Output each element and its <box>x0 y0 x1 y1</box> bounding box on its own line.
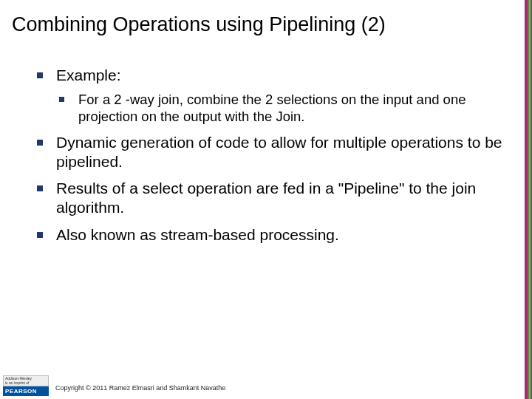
publisher-logo: Addison-Wesley is an imprint of PEARSON <box>3 375 49 396</box>
square-bullet-icon <box>59 97 64 102</box>
bullet-text: Dynamic generation of code to allow for … <box>56 134 502 170</box>
decorative-side-stripe <box>525 0 532 399</box>
slide-footer: Addison-Wesley is an imprint of PEARSON … <box>0 368 532 399</box>
sub-bullet-text: For a 2 -way join, combine the 2 selecti… <box>78 92 466 124</box>
bullet-text: Results of a select operation are fed in… <box>56 180 476 216</box>
pearson-brand: PEARSON <box>3 386 49 396</box>
bullet-label: Example: <box>56 66 121 83</box>
slide-title: Combining Operations using Pipelining (2… <box>0 0 532 36</box>
sub-bullet: For a 2 -way join, combine the 2 selecti… <box>56 91 510 125</box>
copyright-text: Copyright © 2011 Ramez Elmasri and Shamk… <box>55 384 225 392</box>
bullet-text: Also known as stream-based processing. <box>56 226 339 243</box>
imprint-text: Addison-Wesley is an imprint of <box>3 375 49 386</box>
square-bullet-icon <box>37 140 43 146</box>
bullet-stream-based: Also known as stream-based processing. <box>35 225 510 245</box>
slide-body: Example: For a 2 -way join, combine the … <box>0 36 532 245</box>
square-bullet-icon <box>37 232 43 238</box>
square-bullet-icon <box>37 72 43 78</box>
bullet-pipeline-results: Results of a select operation are fed in… <box>35 179 510 218</box>
square-bullet-icon <box>37 185 43 191</box>
bullet-dynamic-generation: Dynamic generation of code to allow for … <box>35 133 510 172</box>
bullet-example: Example: For a 2 -way join, combine the … <box>35 66 510 126</box>
